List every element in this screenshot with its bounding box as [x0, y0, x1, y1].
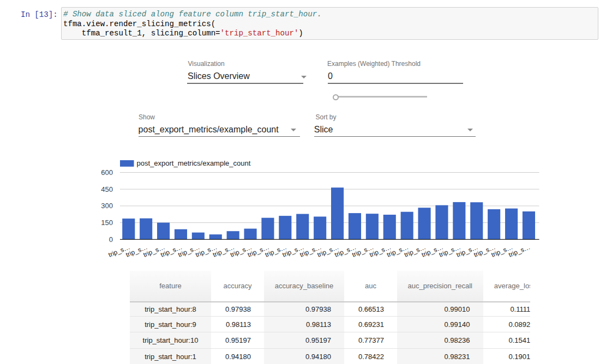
svg-text:150: 150 [101, 219, 113, 227]
svg-text:450: 450 [101, 185, 113, 193]
svg-text:post_export_metrics/example_co: post_export_metrics/example_count [137, 159, 251, 167]
svg-text:300: 300 [101, 202, 113, 210]
svg-text:600: 600 [101, 168, 113, 177]
svg-text:0: 0 [109, 235, 113, 244]
